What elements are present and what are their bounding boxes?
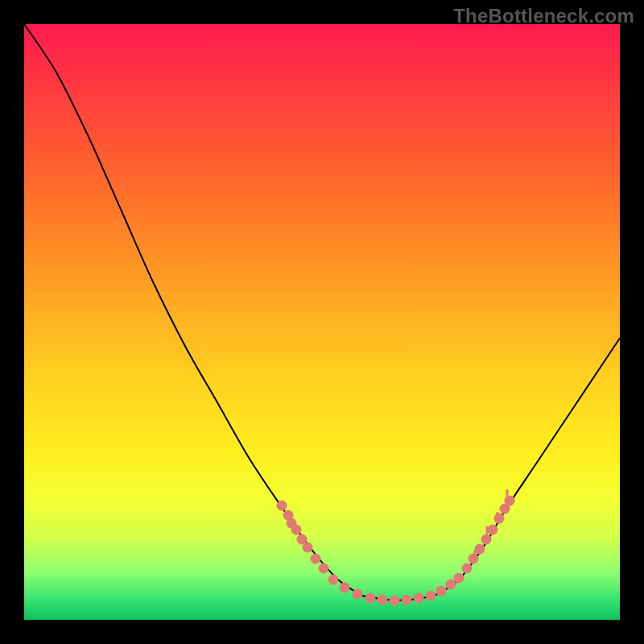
marker-dot bbox=[328, 575, 339, 585]
left-branch-curve bbox=[24, 24, 362, 596]
marker-dot bbox=[319, 564, 329, 574]
bottleneck-curve-chart bbox=[24, 24, 620, 620]
marker-dot bbox=[505, 496, 515, 506]
marker-dot bbox=[488, 525, 498, 535]
marker-dot bbox=[469, 554, 479, 564]
marker-dot bbox=[454, 573, 464, 584]
marker-dot bbox=[277, 501, 287, 511]
marker-dot bbox=[353, 589, 363, 600]
marker-dot bbox=[494, 514, 505, 524]
marker-dot bbox=[426, 591, 436, 601]
spike-marker bbox=[506, 489, 509, 507]
marker-dot bbox=[303, 543, 313, 553]
watermark-text: TheBottleneck.com bbox=[453, 5, 634, 27]
marker-dot bbox=[311, 554, 321, 564]
spike-marker bbox=[486, 526, 489, 541]
marker-dot bbox=[462, 564, 473, 574]
right-branch-curve bbox=[435, 338, 620, 596]
marker-dot bbox=[378, 595, 388, 605]
marker-dot bbox=[365, 593, 376, 604]
marker-dot bbox=[390, 596, 400, 606]
marker-dot bbox=[291, 525, 302, 535]
plot-area bbox=[24, 24, 620, 620]
marker-dot bbox=[340, 583, 350, 593]
marker-dot bbox=[402, 595, 412, 605]
spike-marker bbox=[474, 550, 477, 558]
spike-marker bbox=[497, 512, 499, 523]
marker-dot bbox=[436, 586, 447, 597]
marker-dot bbox=[414, 593, 424, 604]
